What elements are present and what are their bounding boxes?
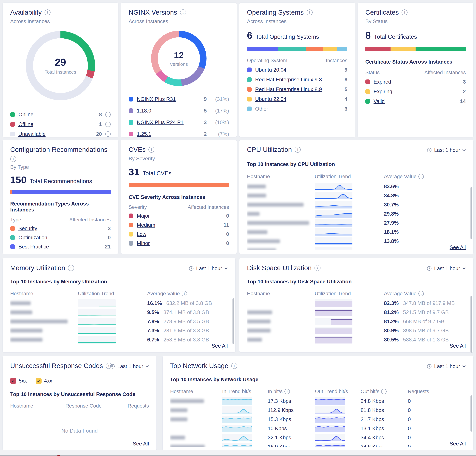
hostname-blurred[interactable] (170, 436, 185, 439)
online-link[interactable]: Online (18, 111, 33, 118)
filter-4xx-label: 4xx (44, 378, 52, 384)
hostname-blurred[interactable] (247, 329, 271, 332)
col-requests: Requests (408, 388, 466, 394)
optimization-link[interactable]: Optimization (18, 235, 47, 241)
expiring-link[interactable]: Expiring (374, 89, 392, 94)
card-title: Operating Systems (247, 9, 304, 16)
hostname-blurred[interactable] (10, 301, 31, 305)
hostname-blurred[interactable] (247, 320, 271, 323)
version-link[interactable]: NGINX Plus R24 P1 (137, 119, 184, 125)
info-icon[interactable]: i (148, 147, 154, 153)
major-link[interactable]: Major (137, 213, 150, 219)
see-all-link[interactable]: See All (212, 343, 228, 349)
valid-link[interactable]: Valid (374, 98, 385, 104)
horizontal-scrollbar-track[interactable] (0, 455, 476, 456)
unavailable-link[interactable]: Unavailable (18, 131, 45, 137)
hostname-blurred[interactable] (247, 338, 262, 342)
info-icon[interactable]: i (284, 389, 290, 394)
os-link[interactable]: Ubuntu 22.04 (255, 96, 286, 102)
info-icon[interactable]: i (314, 265, 321, 271)
checkbox-5xx[interactable] (10, 378, 16, 384)
vertical-scrollbar[interactable] (470, 396, 472, 432)
info-icon[interactable]: i (295, 147, 301, 153)
hostname-blurred[interactable] (10, 320, 68, 323)
scrollbar-notch (58, 455, 60, 456)
memory-trend-sparkline (78, 318, 116, 325)
info-icon[interactable]: i (381, 389, 387, 394)
hostname-blurred[interactable] (10, 329, 42, 332)
info-icon[interactable]: i (44, 9, 51, 16)
response-codes-time-range-dropdown[interactable]: Last 1 hour (110, 363, 149, 369)
info-icon[interactable]: i (231, 363, 237, 369)
info-icon[interactable]: i (180, 9, 186, 16)
os-link[interactable]: Red Hat Enterprise Linux 8.9 (255, 86, 322, 92)
memory-average-detail: 632.2 MB of 3.8 GB (166, 300, 212, 306)
see-all-link[interactable]: See All (450, 441, 466, 447)
hostname-blurred[interactable] (247, 221, 309, 225)
version-link[interactable]: 1.18.0 (137, 108, 151, 114)
out-bits-value: 34.4 Kbps (361, 435, 408, 440)
hostname-blurred[interactable] (170, 417, 187, 421)
checkbox-4xx[interactable] (35, 378, 42, 384)
info-icon[interactable]: i (418, 291, 424, 296)
os-row: Red Hat Enterprise Linux 8.9 5 (247, 84, 347, 94)
os-link[interactable]: Red Hat Enterprise Linux 9.3 (255, 77, 322, 83)
hostname-blurred[interactable] (247, 311, 272, 314)
version-pct: (10%) (210, 119, 229, 125)
network-time-range-dropdown[interactable]: Last 1 hour (426, 363, 466, 369)
certificates-stacked-bar (365, 47, 466, 51)
disk-time-range-dropdown[interactable]: Last 1 hour (426, 265, 466, 271)
hostname-blurred[interactable] (247, 185, 266, 188)
response-codes-subhead: Top 10 Instances by Unsuccessful Respons… (10, 391, 149, 397)
hostname-blurred[interactable] (247, 194, 266, 197)
vertical-scrollbar[interactable] (470, 296, 472, 353)
card-top-network-usage: Top Network Usage i Last 1 hour Top 10 I… (162, 356, 474, 450)
see-all-link[interactable]: See All (133, 441, 149, 447)
minor-link[interactable]: Minor (137, 240, 150, 246)
info-icon[interactable]: i (105, 122, 111, 127)
memory-time-range-dropdown[interactable]: Last 1 hour (188, 265, 228, 271)
see-all-link[interactable]: See All (450, 343, 466, 349)
chevron-down-icon (224, 267, 228, 270)
info-icon[interactable]: i (68, 265, 74, 271)
info-icon[interactable]: i (401, 9, 408, 16)
vertical-scrollbar[interactable] (232, 298, 234, 344)
version-link[interactable]: 1.25.1 (137, 131, 151, 137)
os-link[interactable]: Ubuntu 20.04 (255, 67, 286, 73)
cves-bar (129, 183, 229, 187)
col-requests: Requests (119, 403, 149, 409)
cpu-time-range-dropdown[interactable]: Last 1 hour (426, 147, 466, 153)
info-icon[interactable]: i (105, 112, 111, 117)
hostname-blurred[interactable] (247, 239, 280, 243)
hostname-blurred[interactable] (247, 230, 267, 234)
info-icon[interactable]: i (307, 9, 313, 16)
hostname-blurred[interactable] (170, 399, 204, 403)
cpu-subhead: Top 10 Instances by CPU Utilization (247, 161, 466, 167)
disk-row: 80.9%398.5 MB of 9.7 GB (247, 326, 466, 335)
info-icon[interactable]: i (105, 131, 111, 137)
memory-average-detail: 281.6 MB of 3.8 GB (163, 328, 209, 333)
col-utilization-trend: Utilization Trend (315, 291, 384, 296)
offline-link[interactable]: Offline (18, 121, 33, 127)
hostname-blurred[interactable] (10, 338, 42, 342)
memory-subhead: Top 10 Instances by Memory Utilization (10, 279, 228, 285)
hostname-blurred[interactable] (170, 445, 205, 447)
hostname-blurred[interactable] (247, 212, 260, 216)
hostname-blurred[interactable] (10, 311, 32, 314)
medium-link[interactable]: Medium (137, 222, 155, 228)
hostname-blurred[interactable] (247, 248, 276, 250)
clock-icon (426, 147, 432, 153)
low-link[interactable]: Low (137, 231, 146, 237)
info-icon[interactable]: i (182, 291, 187, 296)
expired-link[interactable]: Expired (374, 79, 391, 85)
security-link[interactable]: Security (18, 226, 37, 231)
no-data-message: No Data Found (10, 428, 149, 434)
version-link[interactable]: NGINX Plus R31 (137, 96, 176, 102)
see-all-link[interactable]: See All (450, 244, 466, 250)
hostname-blurred[interactable] (247, 203, 304, 207)
info-icon[interactable]: i (418, 174, 424, 179)
hostname-blurred[interactable] (170, 408, 187, 412)
best-practice-link[interactable]: Best Practice (18, 244, 49, 250)
info-icon[interactable]: i (10, 156, 16, 162)
vertical-scrollbar[interactable] (470, 187, 472, 239)
